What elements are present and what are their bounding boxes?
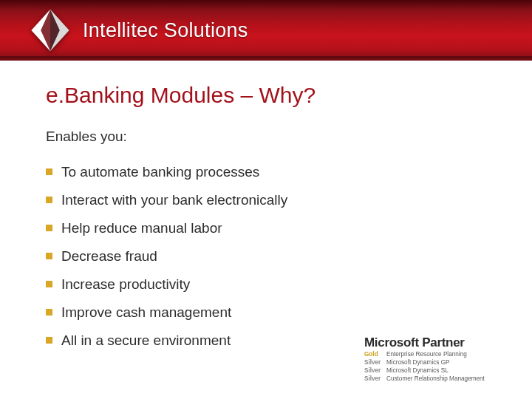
bullet-text: Increase productivity <box>61 276 190 292</box>
tier-label: Silver <box>364 366 386 375</box>
bullet-list: To automate banking processes Interact w… <box>46 158 486 355</box>
competency-label: Microsoft Dynamics SL <box>386 366 449 375</box>
tier-label: Silver <box>364 358 386 366</box>
bullet-icon <box>46 253 52 259</box>
bullet-icon <box>46 281 52 287</box>
competency-label: Customer Relationship Management <box>386 375 485 383</box>
header-bar: Intellitec Solutions <box>0 0 532 61</box>
competency-label: Enterprise Resource Planning <box>386 350 467 358</box>
bullet-text: To automate banking processes <box>61 164 259 180</box>
list-item: To automate banking processes <box>46 158 486 186</box>
logo-diamond-icon <box>27 7 74 54</box>
partner-line: SilverMicrosoft Dynamics GP <box>364 358 516 366</box>
partner-heading: Microsoft Partner <box>364 335 516 350</box>
tier-label: Gold <box>364 350 386 358</box>
list-item: Help reduce manual labor <box>46 214 486 242</box>
partner-line: SilverCustomer Relationship Management <box>364 375 516 383</box>
list-item: Decrease fraud <box>46 242 486 270</box>
bullet-text: Decrease fraud <box>61 248 157 264</box>
slide-title: e.Banking Modules – Why? <box>46 83 486 108</box>
list-item: Interact with your bank electronically <box>46 186 486 214</box>
list-item: Increase productivity <box>46 270 486 299</box>
tier-label: Silver <box>364 375 386 383</box>
partner-line: SilverMicrosoft Dynamics SL <box>364 366 516 375</box>
bullet-text: Improve cash management <box>61 304 231 320</box>
partner-line: GoldEnterprise Resource Planning <box>364 350 516 358</box>
bullet-icon <box>46 225 52 231</box>
bullet-icon <box>46 337 52 344</box>
content-area: e.Banking Modules – Why? Enables you: To… <box>0 61 532 355</box>
bullet-text: All in a secure environment <box>61 332 231 348</box>
brand-name: Intellitec Solutions <box>83 19 248 42</box>
bullet-icon <box>46 309 52 316</box>
slide: Intellitec Solutions e.Banking Modules –… <box>0 0 532 399</box>
list-item: Improve cash management <box>46 299 486 327</box>
bullet-icon <box>46 168 52 175</box>
partner-badge: Microsoft Partner GoldEnterprise Resourc… <box>364 335 516 383</box>
bullet-text: Interact with your bank electronically <box>61 192 287 208</box>
lead-text: Enables you: <box>46 129 486 145</box>
competency-label: Microsoft Dynamics GP <box>386 358 450 366</box>
bullet-text: Help reduce manual labor <box>61 220 222 236</box>
bullet-icon <box>46 197 52 203</box>
